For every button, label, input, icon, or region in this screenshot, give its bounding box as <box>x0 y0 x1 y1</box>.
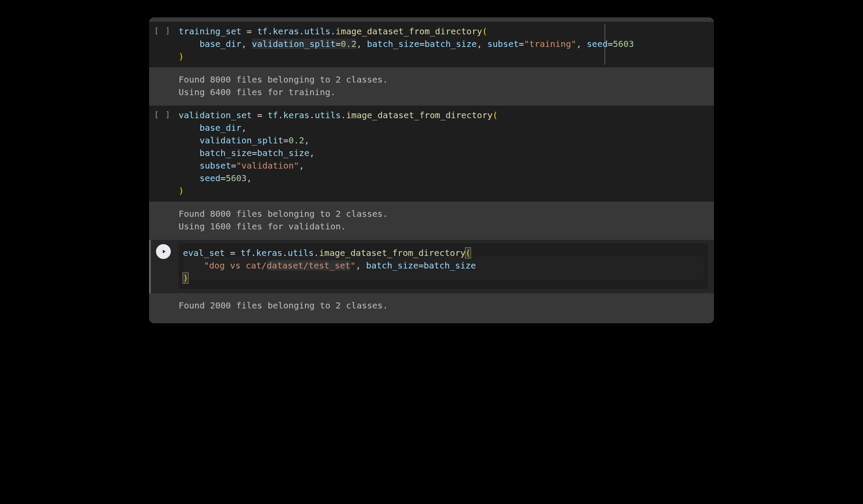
play-icon <box>161 249 167 255</box>
top-spacer <box>149 17 714 22</box>
code-cell-selected[interactable]: eval_set = tf.keras.utils.image_dataset_… <box>149 240 714 293</box>
code-text[interactable]: validation_set = tf.keras.utils.image_da… <box>179 109 708 197</box>
notebook-container: [ ] training_set = tf.keras.utils.image_… <box>149 17 714 323</box>
output-gutter <box>149 293 176 319</box>
code-text[interactable]: eval_set = tf.keras.utils.image_dataset_… <box>183 247 704 285</box>
output-cell: Found 2000 files belonging to 2 classes. <box>149 293 714 319</box>
cursor-indicator <box>604 24 605 65</box>
output-cell: Found 8000 files belonging to 2 classes.… <box>149 67 714 106</box>
bottom-spacer <box>149 319 714 323</box>
code-text[interactable]: training_set = tf.keras.utils.image_data… <box>179 25 708 63</box>
output-gutter <box>149 67 176 106</box>
cell-prompt: [ ] <box>149 22 176 67</box>
output-text: Found 8000 files belonging to 2 classes.… <box>179 73 708 99</box>
code-cell[interactable]: [ ] training_set = tf.keras.utils.image_… <box>149 22 714 67</box>
output-text: Found 2000 files belonging to 2 classes. <box>179 299 708 312</box>
run-cell-button[interactable] <box>156 244 171 259</box>
code-cell[interactable]: [ ] validation_set = tf.keras.utils.imag… <box>149 106 714 202</box>
cell-prompt: [ ] <box>149 106 176 202</box>
output-cell: Found 8000 files belonging to 2 classes.… <box>149 202 714 240</box>
cell-gutter <box>151 240 176 293</box>
output-text: Found 8000 files belonging to 2 classes.… <box>179 208 708 233</box>
output-gutter <box>149 202 176 240</box>
